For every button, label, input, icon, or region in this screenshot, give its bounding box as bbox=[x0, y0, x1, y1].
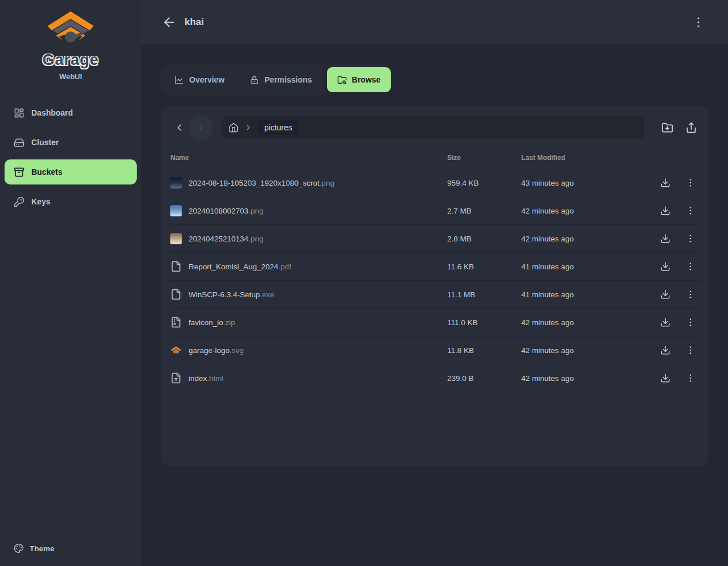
file-modified: 41 minutes ago bbox=[521, 263, 647, 271]
sidebar-item-keys[interactable]: Keys bbox=[5, 189, 137, 214]
row-menu-button[interactable] bbox=[680, 284, 701, 305]
arrow-left-icon bbox=[162, 15, 177, 30]
row-menu-button[interactable] bbox=[680, 172, 701, 194]
download-button[interactable] bbox=[655, 339, 676, 361]
cluster-icon bbox=[14, 137, 24, 148]
table-row[interactable]: Garage garage-logo.svg 11.8 KB 42 minute… bbox=[170, 336, 701, 364]
dashboard-icon bbox=[14, 108, 24, 118]
row-menu-button[interactable] bbox=[680, 200, 701, 222]
file-modified: 42 minutes ago bbox=[521, 374, 647, 383]
file-size: 11.1 MB bbox=[447, 290, 521, 299]
table-header: Name Size Last Modified bbox=[170, 147, 701, 169]
row-menu-button[interactable] bbox=[680, 367, 701, 389]
table-row[interactable]: 20240425210134.png 2.8 MB 42 minutes ago bbox=[170, 224, 701, 252]
table-row[interactable]: favicon_io.zip 111.0 KB 42 minutes ago bbox=[170, 308, 701, 336]
file-size: 239.0 B bbox=[447, 374, 521, 383]
chevron-left-icon bbox=[174, 122, 185, 133]
file-name: 20240425210134.png bbox=[189, 235, 263, 243]
file-size: 11.8 KB bbox=[447, 346, 521, 355]
chevron-right-icon bbox=[195, 122, 207, 133]
table-row[interactable]: WinSCP-6.3.4-Setup.exe 11.1 MB 41 minute… bbox=[170, 280, 701, 308]
buckets-icon bbox=[14, 167, 24, 178]
keys-icon bbox=[14, 196, 24, 207]
theme-toggle[interactable]: Theme bbox=[5, 539, 137, 558]
breadcrumb: pictures bbox=[222, 116, 644, 139]
file-modified: 42 minutes ago bbox=[521, 235, 647, 243]
html-file-icon bbox=[170, 372, 182, 384]
row-menu-button[interactable] bbox=[680, 228, 701, 249]
file-name: 2024-08-18-105203_1920x1080_scrot.png bbox=[189, 179, 334, 187]
folder-plus-icon bbox=[661, 122, 673, 134]
garage-logo-icon bbox=[46, 10, 96, 47]
archive-file-icon bbox=[170, 317, 182, 328]
table-row[interactable]: Report_Komisi_Aug_2024.pdf 11.6 KB 41 mi… bbox=[170, 252, 701, 280]
download-icon bbox=[660, 289, 670, 300]
file-name: garage-logo.svg bbox=[189, 346, 244, 355]
sidebar-item-dashboard[interactable]: Dashboard bbox=[5, 100, 137, 125]
back-button[interactable] bbox=[162, 15, 177, 30]
lock-icon bbox=[250, 75, 259, 85]
header-menu-button[interactable] bbox=[692, 15, 705, 29]
kebab-menu-icon bbox=[685, 317, 696, 327]
row-menu-button[interactable] bbox=[680, 339, 701, 361]
kebab-menu-icon bbox=[692, 15, 705, 29]
download-button[interactable] bbox=[655, 284, 676, 305]
file-size: 11.6 KB bbox=[447, 263, 521, 271]
kebab-menu-icon bbox=[685, 345, 696, 355]
file-modified: 42 minutes ago bbox=[521, 346, 647, 355]
home-icon bbox=[228, 122, 239, 133]
kebab-menu-icon bbox=[685, 206, 696, 216]
column-header-name: Name bbox=[170, 154, 447, 162]
row-menu-button[interactable] bbox=[680, 311, 701, 333]
upload-button[interactable] bbox=[681, 117, 701, 138]
image-thumbnail bbox=[170, 205, 182, 216]
new-folder-button[interactable] bbox=[657, 117, 677, 138]
download-icon bbox=[660, 345, 670, 355]
sidebar: Garage WebUI Dashboard Cluster Buckets bbox=[0, 0, 141, 566]
row-menu-button[interactable] bbox=[680, 256, 701, 277]
kebab-menu-icon bbox=[685, 178, 696, 188]
sidebar-item-buckets[interactable]: Buckets bbox=[5, 159, 137, 184]
home-button[interactable] bbox=[228, 122, 239, 133]
kebab-menu-icon bbox=[685, 261, 696, 272]
chart-icon bbox=[174, 75, 184, 85]
table-row[interactable]: 2024-08-18-105203_1920x1080_scrot.png 95… bbox=[170, 169, 701, 196]
download-button[interactable] bbox=[655, 256, 676, 277]
download-button[interactable] bbox=[655, 367, 676, 389]
column-header-modified: Last Modified bbox=[521, 154, 647, 162]
tab-label: Permissions bbox=[264, 75, 312, 84]
download-icon bbox=[660, 233, 670, 244]
browser-toolbar: pictures bbox=[161, 106, 708, 147]
column-header-size: Size bbox=[447, 154, 521, 162]
file-icon bbox=[170, 261, 182, 272]
sidebar-item-label: Buckets bbox=[31, 167, 62, 177]
download-button[interactable] bbox=[655, 228, 676, 249]
download-button[interactable] bbox=[655, 200, 676, 222]
kebab-menu-icon bbox=[685, 289, 696, 300]
breadcrumb-folder-chip[interactable]: pictures bbox=[258, 120, 298, 135]
app-subtitle: WebUI bbox=[59, 72, 82, 81]
table-row[interactable]: 20240108002703.png 2.7 MB 42 minutes ago bbox=[170, 196, 701, 224]
kebab-menu-icon bbox=[685, 233, 696, 244]
file-icon bbox=[170, 289, 182, 300]
download-button[interactable] bbox=[655, 172, 676, 194]
app-name: Garage bbox=[42, 51, 99, 69]
palette-icon bbox=[14, 543, 24, 553]
nav-forward-button[interactable] bbox=[189, 115, 214, 140]
nav-back-button[interactable] bbox=[170, 116, 189, 139]
kebab-menu-icon bbox=[685, 373, 696, 383]
table-row[interactable]: index.html 239.0 B 42 minutes ago bbox=[170, 364, 701, 392]
file-size: 2.8 MB bbox=[447, 235, 521, 243]
image-thumbnail bbox=[170, 233, 182, 244]
tab-browse[interactable]: Browse bbox=[327, 67, 391, 92]
sidebar-item-label: Cluster bbox=[31, 138, 59, 147]
theme-label: Theme bbox=[30, 544, 55, 553]
download-button[interactable] bbox=[655, 311, 676, 333]
file-size: 111.0 KB bbox=[447, 318, 521, 327]
file-modified: 41 minutes ago bbox=[521, 290, 647, 299]
sidebar-item-cluster[interactable]: Cluster bbox=[5, 130, 137, 155]
tab-permissions[interactable]: Permissions bbox=[239, 67, 322, 92]
file-modified: 43 minutes ago bbox=[521, 179, 647, 187]
page-title: khai bbox=[185, 17, 204, 28]
tab-overview[interactable]: Overview bbox=[164, 67, 235, 92]
